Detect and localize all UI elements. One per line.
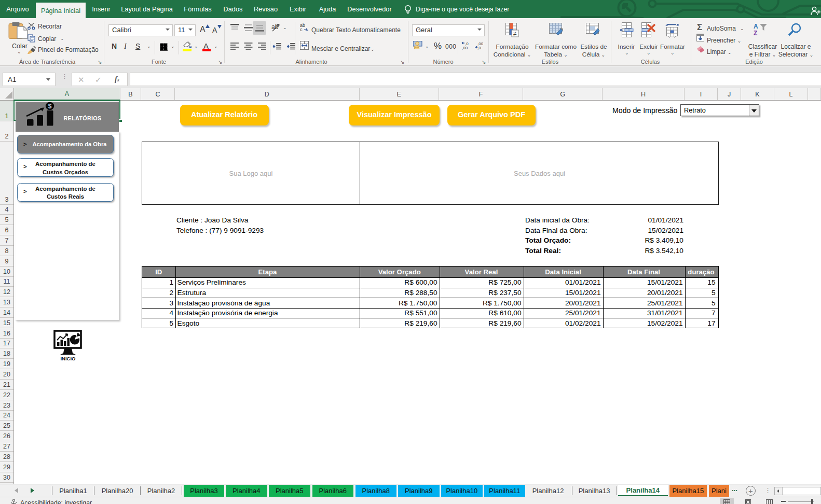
svg-text:c: c [300,27,303,32]
svg-text:A: A [754,23,758,30]
svg-text:,00: ,00 [462,46,468,50]
svg-text:$: $ [48,103,52,110]
svg-text:,0: ,0 [477,46,481,50]
svg-text:Z: Z [754,30,757,37]
svg-text:≠: ≠ [513,30,517,37]
